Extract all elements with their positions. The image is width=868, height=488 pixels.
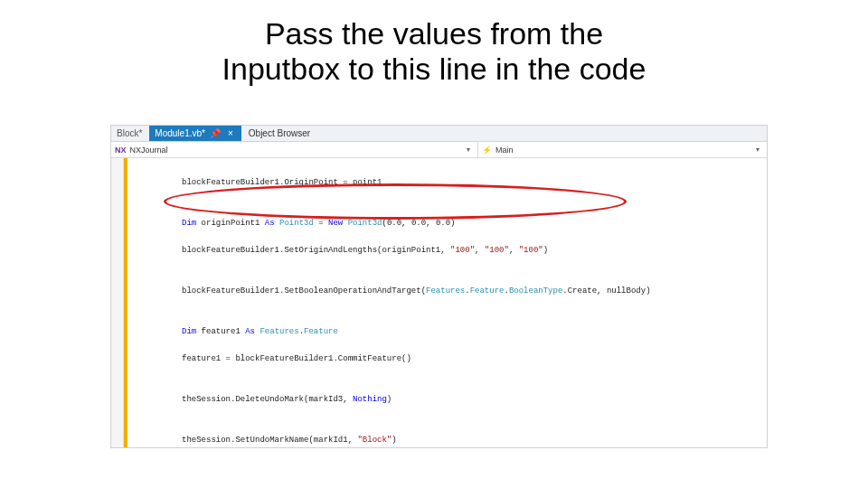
close-icon[interactable]: × — [225, 128, 236, 138]
method-dropdown-value: Main — [495, 145, 752, 155]
tab-object-browser[interactable]: Object Browser — [241, 128, 317, 138]
tab-strip: Block* Module1.vb* 📌 × Object Browser — [111, 126, 767, 142]
chevron-down-icon: ▾ — [752, 145, 763, 154]
pin-icon[interactable]: 📌 — [207, 128, 223, 138]
chevron-down-icon: ▾ — [463, 145, 474, 154]
code-editor[interactable]: blockFeatureBuilder1.OriginPoint = point… — [127, 158, 767, 447]
slide-title: Pass the values from the Inputbox to thi… — [0, 0, 868, 90]
tab-active-label: Module1.vb* — [155, 128, 205, 138]
class-dropdown-value: NXJournal — [130, 145, 463, 155]
code-area: blockFeatureBuilder1.OriginPoint = point… — [111, 158, 767, 447]
title-line2: Inputbox to this line in the code — [222, 52, 646, 86]
class-dropdown[interactable]: NX NXJournal ▾ — [111, 142, 478, 157]
tab-active-module1[interactable]: Module1.vb* 📌 × — [149, 126, 241, 141]
tab-block[interactable]: Block* — [111, 128, 149, 138]
nx-icon: NX — [115, 145, 127, 155]
ide-window: Block* Module1.vb* 📌 × Object Browser NX… — [110, 125, 768, 448]
class-method-dropdowns: NX NXJournal ▾ ⚡ Main ▾ — [111, 142, 767, 158]
title-line1: Pass the values from the — [265, 16, 603, 51]
method-dropdown[interactable]: ⚡ Main ▾ — [478, 142, 767, 157]
lightning-icon: ⚡ — [482, 145, 492, 155]
line-gutter — [111, 158, 124, 447]
